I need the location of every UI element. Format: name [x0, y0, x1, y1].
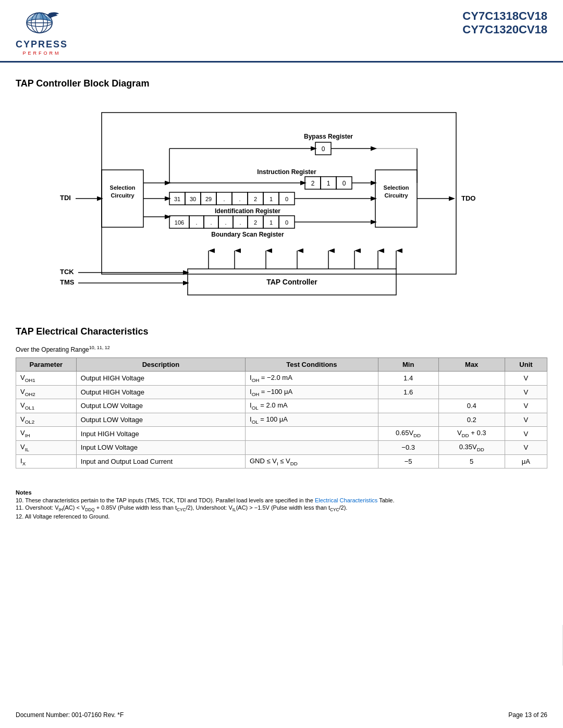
- svg-text:0: 0: [342, 180, 346, 187]
- test-cell: IOL = 100 μA: [246, 413, 378, 427]
- svg-text:30: 30: [190, 196, 196, 202]
- col-header-min: Min: [378, 358, 438, 372]
- over-range: Over the Operating Range10, 11, 12: [16, 345, 547, 353]
- unit-cell: V: [505, 385, 547, 399]
- characteristics-title: TAP Electrical Characteristics: [16, 326, 547, 337]
- diagram-svg: TDI Selection Circuitry Bypass Register …: [31, 97, 532, 311]
- col-header-unit: Unit: [505, 358, 547, 372]
- svg-text:.: .: [239, 219, 241, 226]
- page-footer: Document Number: 001-07160 Rev. *F Page …: [16, 711, 547, 719]
- unit-cell: V: [505, 399, 547, 413]
- tdi-label: TDI: [60, 194, 71, 202]
- desc-cell: Output HIGH Voltage: [76, 385, 245, 399]
- tdo-label: TDO: [461, 194, 475, 202]
- desc-cell: Output LOW Voltage: [76, 413, 245, 427]
- param-cell: VOH2: [16, 385, 77, 399]
- svg-text:.: .: [210, 219, 212, 226]
- selection-circuitry-left-label: Selection: [110, 184, 136, 191]
- bypass-register-label: Bypass Register: [304, 133, 353, 140]
- desc-cell: Output HIGH Voltage: [76, 372, 245, 386]
- param-cell: VIL: [16, 440, 77, 454]
- svg-text:2: 2: [254, 219, 257, 226]
- tck-label: TCK: [60, 268, 74, 276]
- unit-cell: V: [505, 440, 547, 454]
- logo-text: CYPRESS: [16, 39, 68, 50]
- test-cell: IOL = 2.0 mA: [246, 399, 378, 413]
- svg-text:.: .: [225, 219, 226, 226]
- identification-register-label: Identification Register: [215, 207, 280, 215]
- max-cell: VDD + 0.3: [438, 427, 505, 441]
- table-row: VIL Input LOW Voltage −0.3 0.35VDD V: [16, 440, 547, 454]
- desc-cell: Output LOW Voltage: [76, 399, 245, 413]
- note-11: 11. Overshoot: VIH(AC) < VDDQ + 0.85V (P…: [16, 504, 547, 512]
- min-cell: 1.6: [378, 385, 438, 399]
- svg-text:2: 2: [311, 180, 315, 187]
- svg-text:0: 0: [322, 145, 325, 153]
- desc-cell: Input and Output Load Current: [76, 454, 245, 468]
- param-cell: VOL2: [16, 413, 77, 427]
- note-12: 12. All Voltage referenced to Ground.: [16, 513, 547, 520]
- col-header-desc: Description: [76, 358, 245, 372]
- svg-text:1: 1: [270, 196, 273, 202]
- min-cell: [378, 399, 438, 413]
- header-title: CY7C1318CV18 CY7C1320CV18: [462, 9, 547, 36]
- param-cell: IX: [16, 454, 77, 468]
- svg-text:2: 2: [254, 196, 257, 202]
- test-cell: IOH = −2.0 mA: [246, 372, 378, 386]
- boundary-scan-register-label: Boundary Scan Register: [211, 231, 284, 238]
- col-header-param: Parameter: [16, 358, 77, 372]
- footnote-ref: 10, 11, 12: [89, 345, 110, 350]
- characteristics-section: TAP Electrical Characteristics Over the …: [16, 326, 547, 468]
- svg-rect-59: [375, 170, 417, 227]
- max-cell: 0.4: [438, 399, 505, 413]
- max-cell: [438, 372, 505, 386]
- notes-title: Notes: [16, 489, 547, 496]
- col-header-test: Test Conditions: [246, 358, 378, 372]
- note-10: 10. These characteristics pertain to the…: [16, 497, 547, 503]
- part-number-2: CY7C1320CV18: [462, 23, 547, 36]
- table-row: VOH2 Output HIGH Voltage IOH = −100 μA 1…: [16, 385, 547, 399]
- max-cell: 0.2: [438, 413, 505, 427]
- svg-text:.: .: [239, 196, 240, 202]
- test-cell: GND ≤ VI ≤ VDD: [246, 454, 378, 468]
- param-cell: VOL1: [16, 399, 77, 413]
- test-cell: [246, 440, 378, 454]
- notes-section: Notes 10. These characteristics pertain …: [16, 489, 547, 520]
- svg-text:Circuitry: Circuitry: [111, 192, 134, 199]
- max-cell: 0.35VDD: [438, 440, 505, 454]
- table-row: VOL2 Output LOW Voltage IOL = 100 μA 0.2…: [16, 413, 547, 427]
- table-row: VOL1 Output LOW Voltage IOL = 2.0 mA 0.4…: [16, 399, 547, 413]
- desc-cell: Input LOW Voltage: [76, 440, 245, 454]
- part-number-1: CY7C1318CV18: [462, 9, 547, 23]
- table-row: VIH Input HIGH Voltage 0.65VDD VDD + 0.3…: [16, 427, 547, 441]
- unit-cell: V: [505, 372, 547, 386]
- logo-area: CYPRESS PERFORM: [16, 9, 68, 56]
- tap-controller-label: TAP Controller: [266, 278, 317, 286]
- table-row: IX Input and Output Load Current GND ≤ V…: [16, 454, 547, 468]
- selection-circuitry-right-label: Selection: [384, 184, 409, 191]
- unit-cell: V: [505, 413, 547, 427]
- svg-text:29: 29: [205, 196, 212, 202]
- logo-sub: PERFORM: [23, 51, 61, 56]
- characteristics-table: Parameter Description Test Conditions Mi…: [16, 357, 547, 468]
- electrical-characteristics-link[interactable]: Electrical Characteristics: [315, 497, 377, 503]
- svg-text:1: 1: [270, 219, 273, 226]
- unit-cell: V: [505, 427, 547, 441]
- unit-cell: μA: [505, 454, 547, 468]
- table-row: VOH1 Output HIGH Voltage IOH = −2.0 mA 1…: [16, 372, 547, 386]
- main-content: TAP Controller Block Diagram TDI Selecti…: [0, 63, 563, 531]
- test-cell: IOH = −100 μA: [246, 385, 378, 399]
- max-cell: 5: [438, 454, 505, 468]
- max-cell: [438, 385, 505, 399]
- min-cell: 1.4: [378, 372, 438, 386]
- svg-text:106: 106: [175, 219, 184, 226]
- min-cell: [378, 413, 438, 427]
- instruction-register-label: Instruction Register: [257, 168, 316, 176]
- cypress-logo-icon: [23, 9, 60, 38]
- param-cell: VIH: [16, 427, 77, 441]
- col-header-max: Max: [438, 358, 505, 372]
- page-number: Page 13 of 26: [508, 711, 547, 719]
- svg-text:0: 0: [285, 196, 288, 202]
- svg-text:31: 31: [174, 196, 180, 202]
- test-cell: [246, 427, 378, 441]
